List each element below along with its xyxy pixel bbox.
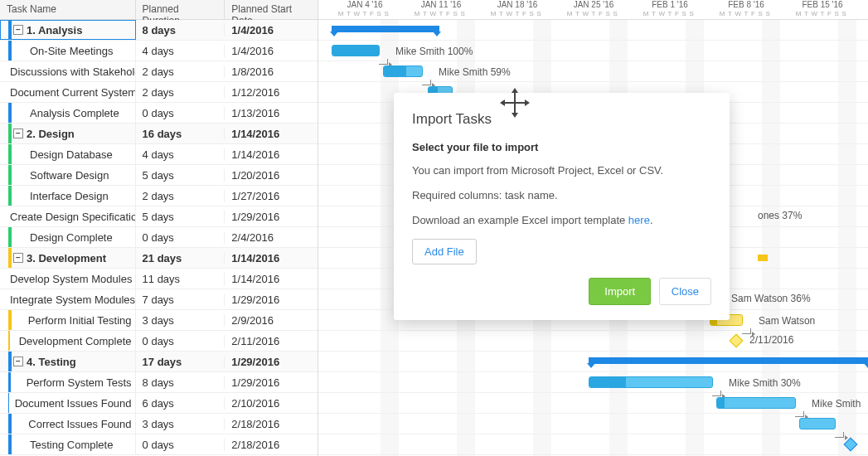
- task-row[interactable]: −2. Design16 days1/14/2016: [0, 124, 318, 144]
- duration-cell[interactable]: 7 days: [136, 293, 225, 306]
- duration-cell[interactable]: 5 days: [136, 169, 225, 182]
- collapse-icon[interactable]: −: [13, 253, 23, 263]
- start-date-cell[interactable]: 1/4/2016: [225, 45, 318, 57]
- col-task-name[interactable]: Task Name: [0, 0, 136, 19]
- task-name-cell[interactable]: −1. Analysis: [0, 20, 136, 40]
- task-name-cell[interactable]: −3. Development: [0, 248, 136, 268]
- col-planned-start[interactable]: Planned Start Date: [225, 0, 318, 19]
- task-name-cell[interactable]: Perform Initial Testing: [0, 310, 136, 330]
- duration-cell[interactable]: 8 days: [136, 24, 225, 36]
- task-name-cell[interactable]: Design Database: [0, 144, 136, 164]
- start-date-cell[interactable]: 2/9/2016: [225, 314, 318, 327]
- task-name-cell[interactable]: Discussions with Stakeholders: [0, 61, 136, 81]
- task-row[interactable]: Correct Issues Found3 days2/18/2016: [0, 414, 318, 434]
- task-row[interactable]: Analysis Complete0 days1/13/2016: [0, 103, 318, 124]
- import-button[interactable]: Import: [589, 278, 651, 305]
- task-row[interactable]: Design Database4 days1/14/2016: [0, 144, 318, 165]
- task-name-cell[interactable]: Create Design Specification: [0, 206, 136, 226]
- start-date-cell[interactable]: 1/14/2016: [225, 273, 318, 285]
- task-row[interactable]: Development Complete0 days2/11/2016: [0, 331, 318, 352]
- duration-cell[interactable]: 0 days: [136, 107, 225, 119]
- duration-cell[interactable]: 3 days: [136, 418, 225, 430]
- task-row[interactable]: Interface Design2 days1/27/2016: [0, 186, 318, 206]
- duration-cell[interactable]: 0 days: [136, 439, 225, 451]
- task-name-cell[interactable]: Develop System Modules: [0, 269, 136, 289]
- task-row[interactable]: On-Site Meetings4 days1/4/2016: [0, 41, 318, 61]
- task-bar[interactable]: Mike Smith: [716, 397, 796, 409]
- start-date-cell[interactable]: 1/12/2016: [225, 86, 318, 99]
- milestone-icon[interactable]: [844, 438, 858, 452]
- start-date-cell[interactable]: 1/29/2016: [225, 211, 318, 223]
- start-date-cell[interactable]: 1/27/2016: [225, 190, 318, 202]
- summary-bar[interactable]: [589, 357, 868, 364]
- task-row[interactable]: −1. Analysis8 days1/4/2016: [0, 20, 318, 41]
- task-row[interactable]: Develop System Modules11 days1/14/2016: [0, 269, 318, 289]
- start-date-cell[interactable]: 1/14/2016: [225, 252, 318, 264]
- start-date-cell[interactable]: 1/4/2016: [225, 24, 318, 36]
- duration-cell[interactable]: 11 days: [136, 273, 225, 285]
- task-name-cell[interactable]: Integrate System Modules: [0, 289, 136, 309]
- task-name-cell[interactable]: On-Site Meetings: [0, 41, 136, 61]
- task-bar[interactable]: Mike Smith 100%: [332, 45, 380, 56]
- start-date-cell[interactable]: 1/29/2016: [225, 356, 318, 368]
- milestone-icon[interactable]: [730, 334, 744, 348]
- task-row[interactable]: Perform Initial Testing3 days2/9/2016: [0, 310, 318, 331]
- task-name-cell[interactable]: −4. Testing: [0, 352, 136, 371]
- task-row[interactable]: Discussions with Stakeholders2 days1/8/2…: [0, 61, 318, 82]
- start-date-cell[interactable]: 1/14/2016: [225, 128, 318, 140]
- duration-cell[interactable]: 0 days: [136, 335, 225, 347]
- close-button[interactable]: Close: [659, 278, 711, 305]
- task-row[interactable]: Testing Complete0 days2/18/2016: [0, 434, 318, 455]
- start-date-cell[interactable]: 2/10/2016: [225, 397, 318, 410]
- task-name-cell[interactable]: Development Complete: [0, 331, 136, 351]
- duration-cell[interactable]: 4 days: [136, 45, 225, 57]
- collapse-icon[interactable]: −: [13, 25, 23, 35]
- start-date-cell[interactable]: 1/29/2016: [225, 293, 318, 306]
- start-date-cell[interactable]: 1/8/2016: [225, 65, 318, 78]
- start-date-cell[interactable]: 2/18/2016: [225, 418, 318, 430]
- task-row[interactable]: −4. Testing17 days1/29/2016: [0, 352, 318, 372]
- task-row[interactable]: Design Complete0 days2/4/2016: [0, 227, 318, 248]
- task-name-cell[interactable]: Document Issues Found: [0, 393, 136, 413]
- start-date-cell[interactable]: 1/29/2016: [225, 376, 318, 389]
- task-name-cell[interactable]: Document Current Systems: [0, 82, 136, 102]
- col-planned-duration[interactable]: Planned Duration: [136, 0, 225, 19]
- task-name-cell[interactable]: Testing Complete: [0, 434, 136, 454]
- duration-cell[interactable]: 0 days: [136, 231, 225, 244]
- task-row[interactable]: Create Design Specification5 days1/29/20…: [0, 206, 318, 227]
- start-date-cell[interactable]: 1/13/2016: [225, 107, 318, 119]
- duration-cell[interactable]: 4 days: [136, 148, 225, 161]
- summary-bar[interactable]: [332, 26, 439, 32]
- start-date-cell[interactable]: 1/14/2016: [225, 148, 318, 161]
- task-bar[interactable]: Mike Smith 30%: [589, 376, 713, 388]
- collapse-icon[interactable]: −: [13, 129, 23, 138]
- task-name-cell[interactable]: Software Design: [0, 165, 136, 185]
- task-bar[interactable]: [799, 418, 836, 429]
- add-file-button[interactable]: Add File: [412, 239, 477, 264]
- collapse-icon[interactable]: −: [13, 357, 23, 366]
- task-row[interactable]: −3. Development21 days1/14/2016: [0, 248, 318, 269]
- task-name-cell[interactable]: −2. Design: [0, 124, 136, 143]
- task-name-cell[interactable]: Interface Design: [0, 186, 136, 206]
- task-name-cell[interactable]: Perform System Tests: [0, 372, 136, 392]
- task-row[interactable]: Perform System Tests8 days1/29/2016: [0, 372, 318, 393]
- task-row[interactable]: Document Issues Found6 days2/10/2016: [0, 393, 318, 414]
- start-date-cell[interactable]: 2/18/2016: [225, 439, 318, 451]
- example-template-link[interactable]: here: [628, 214, 650, 226]
- start-date-cell[interactable]: 2/11/2016: [225, 335, 318, 347]
- task-name-cell[interactable]: Design Complete: [0, 227, 136, 247]
- duration-cell[interactable]: 3 days: [136, 314, 225, 327]
- task-name-cell[interactable]: Correct Issues Found: [0, 414, 136, 434]
- task-bar[interactable]: Mike Smith 59%: [383, 65, 423, 77]
- duration-cell[interactable]: 2 days: [136, 86, 225, 99]
- duration-cell[interactable]: 6 days: [136, 397, 225, 410]
- duration-cell[interactable]: 16 days: [136, 128, 225, 140]
- task-name-cell[interactable]: Analysis Complete: [0, 103, 136, 123]
- duration-cell[interactable]: 2 days: [136, 65, 225, 78]
- start-date-cell[interactable]: 1/20/2016: [225, 169, 318, 182]
- duration-cell[interactable]: 2 days: [136, 190, 225, 202]
- task-row[interactable]: Software Design5 days1/20/2016: [0, 165, 318, 186]
- start-date-cell[interactable]: 2/4/2016: [225, 231, 318, 244]
- task-row[interactable]: Document Current Systems2 days1/12/2016: [0, 82, 318, 103]
- duration-cell[interactable]: 17 days: [136, 356, 225, 368]
